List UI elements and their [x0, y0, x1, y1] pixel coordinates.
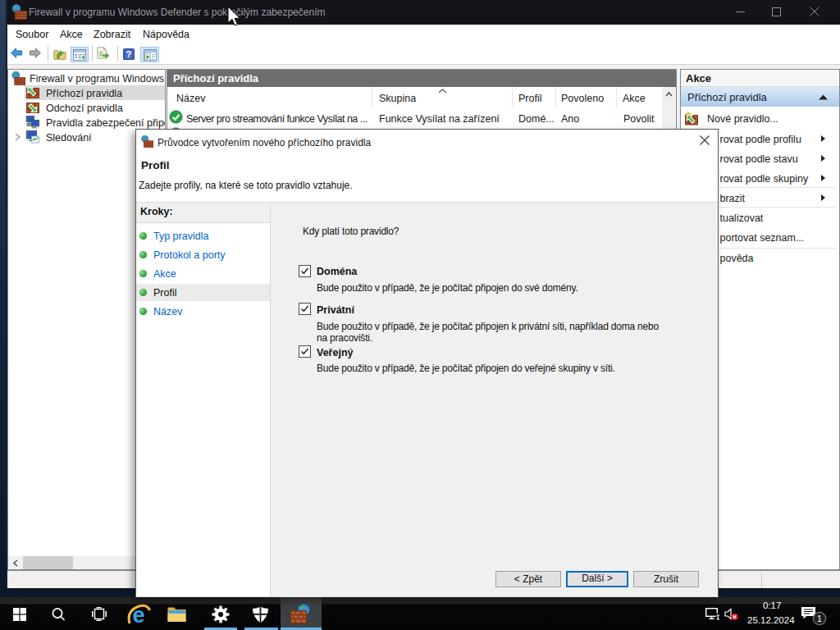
svg-text:?: ?: [126, 49, 132, 59]
svg-text:e: e: [132, 603, 144, 626]
svg-text:1: 1: [817, 614, 822, 623]
